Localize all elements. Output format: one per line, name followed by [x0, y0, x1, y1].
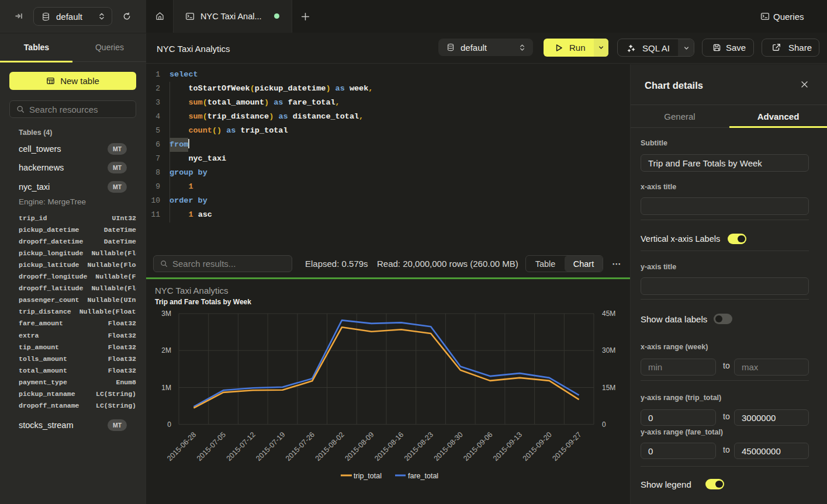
svg-text:0: 0 — [602, 420, 606, 429]
svg-text:2015-09-06: 2015-09-06 — [462, 430, 494, 463]
svg-text:1M: 1M — [161, 384, 171, 392]
svg-text:2015-07-19: 2015-07-19 — [254, 430, 286, 463]
svg-text:3M: 3M — [161, 310, 171, 318]
svg-text:2015-08-30: 2015-08-30 — [432, 430, 465, 463]
svg-text:2015-08-16: 2015-08-16 — [373, 430, 405, 463]
svg-text:2015-07-05: 2015-07-05 — [195, 430, 227, 463]
svg-text:trip_total: trip_total — [354, 472, 382, 480]
svg-text:2015-08-09: 2015-08-09 — [343, 430, 375, 463]
svg-text:45M: 45M — [602, 310, 615, 318]
svg-text:2015-06-28: 2015-06-28 — [165, 430, 198, 463]
svg-text:2015-09-27: 2015-09-27 — [551, 430, 583, 463]
svg-text:2M: 2M — [161, 346, 171, 354]
svg-text:2015-09-13: 2015-09-13 — [492, 430, 524, 463]
svg-text:2015-08-23: 2015-08-23 — [403, 430, 435, 463]
svg-text:15M: 15M — [602, 384, 615, 392]
svg-text:2015-07-26: 2015-07-26 — [284, 430, 316, 463]
svg-text:2015-07-12: 2015-07-12 — [225, 430, 257, 463]
svg-text:30M: 30M — [602, 346, 615, 354]
svg-text:2015-09-20: 2015-09-20 — [521, 430, 553, 463]
svg-text:2015-08-02: 2015-08-02 — [314, 430, 346, 463]
svg-text:fare_total: fare_total — [408, 472, 438, 480]
svg-text:0: 0 — [167, 420, 171, 429]
